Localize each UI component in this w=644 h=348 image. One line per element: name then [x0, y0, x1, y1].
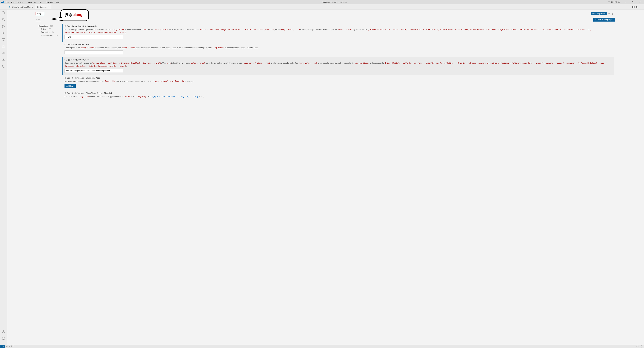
accounts-icon[interactable]	[2, 330, 5, 333]
toggle-secondary-sidebar-icon[interactable]	[614, 1, 617, 3]
menu-view[interactable]: View	[26, 1, 33, 4]
markdown-file-icon	[9, 6, 11, 8]
link-clang-tidy-config[interactable]: C_Cpp › Code Analysis › Clang Tidy: Conf…	[152, 95, 198, 98]
clear-search-icon[interactable]	[608, 13, 610, 15]
svg-rect-9	[619, 3, 620, 3]
callout-arrow-icon	[50, 17, 62, 23]
clang-format-path-input[interactable]	[64, 50, 123, 54]
svg-rect-0	[608, 2, 610, 3]
svg-point-25	[2, 25, 3, 26]
docker-icon[interactable]	[2, 51, 5, 55]
setting-description: List of disabled clang-tidy checks. The …	[64, 95, 614, 98]
callout-keyword: clang	[72, 13, 82, 17]
svg-point-42	[3, 330, 4, 331]
svg-rect-22	[636, 6, 638, 8]
search-icon[interactable]	[2, 18, 5, 21]
svg-point-41	[4, 67, 5, 68]
settings-list[interactable]: C_Cpp: Clang_format_fallback Style Name …	[62, 24, 615, 345]
status-bar: 0 0	[0, 345, 644, 348]
svg-rect-33	[2, 47, 3, 48]
setting-description: Additional command line arguments to pas…	[64, 80, 614, 83]
toc-code-analysis[interactable]: Code Analysis (13)	[36, 34, 60, 37]
menu-run[interactable]: Run	[38, 1, 44, 4]
svg-line-24	[4, 20, 5, 21]
source-control-icon[interactable]	[2, 25, 5, 28]
svg-rect-7	[619, 1, 620, 2]
svg-rect-34	[4, 47, 5, 48]
menu-help[interactable]: Help	[54, 1, 60, 4]
run-debug-icon[interactable]	[2, 31, 5, 35]
svg-rect-39	[3, 52, 3, 53]
close-tab-icon[interactable]: ✕	[48, 6, 50, 8]
minimize-button[interactable]	[622, 0, 629, 5]
toc-formatting[interactable]: Formatting (4)	[36, 31, 60, 34]
split-editor-icon[interactable]	[632, 6, 635, 8]
svg-point-17	[37, 6, 38, 7]
maximize-button[interactable]	[629, 0, 636, 5]
more-actions-icon[interactable]: ⋯	[640, 6, 642, 8]
manage-gear-icon[interactable]	[2, 336, 5, 340]
menu-selection[interactable]: Selection	[16, 1, 26, 4]
explorer-icon[interactable]	[2, 11, 5, 15]
setting-clang-format-fallback-style: C_Cpp: Clang_format_fallback Style Name …	[62, 24, 614, 42]
chevron-down-icon: ⌄	[36, 25, 38, 27]
menu-terminal[interactable]: Terminal	[44, 1, 54, 4]
annotation-callout: 搜索clang	[60, 9, 89, 21]
tab-clangformat-readme[interactable]: ClangFormatReadMe.md	[7, 5, 35, 9]
settings-found-badge: 17 Settings Found	[591, 12, 607, 15]
svg-point-56	[11, 347, 12, 347]
feedback-icon[interactable]	[636, 345, 638, 347]
svg-point-19	[38, 7, 38, 8]
settings-sync-button[interactable]: Turn on Settings Sync	[594, 18, 615, 22]
svg-marker-28	[3, 32, 4, 34]
setting-description: Coding style, currently supports: Visual…	[64, 62, 614, 67]
toc-extensions[interactable]: ⌄ Extensions (17)	[36, 25, 60, 28]
fallback-style-input[interactable]	[64, 35, 123, 39]
filter-icon[interactable]	[611, 13, 614, 15]
svg-rect-2	[612, 2, 614, 3]
menu-file[interactable]: File	[4, 1, 10, 4]
settings-editor: 搜索clang 17 Settings Found User Turn on S…	[8, 10, 643, 345]
svg-point-23	[2, 18, 4, 20]
customize-layout-icon[interactable]	[618, 1, 620, 3]
setting-description: Name of the predefined style used as a f…	[64, 28, 614, 34]
git-graph-icon[interactable]	[2, 65, 5, 68]
bell-solid-icon[interactable]	[2, 58, 5, 62]
svg-rect-20	[632, 6, 633, 8]
toggle-panel-icon[interactable]	[611, 1, 614, 3]
tab-label: Settings	[40, 6, 46, 8]
toggle-primary-sidebar-icon[interactable]	[608, 1, 610, 3]
menu-edit[interactable]: Edit	[10, 1, 16, 4]
toc-ccpp[interactable]: ⌄ C/C++ (17)	[36, 28, 60, 31]
remote-indicator-icon[interactable]	[0, 345, 5, 348]
add-item-button[interactable]: Add Item	[64, 84, 76, 88]
activity-bar	[0, 10, 7, 345]
chevron-down-icon: ⌄	[38, 28, 40, 30]
svg-rect-29	[2, 39, 5, 40]
title-bar: File Edit Selection View Go Run Terminal…	[0, 0, 644, 5]
bell-icon[interactable]	[640, 345, 642, 347]
scope-user-tab[interactable]: User	[36, 17, 41, 22]
svg-point-27	[4, 26, 5, 27]
tab-label: ClangFormatReadMe.md	[12, 6, 33, 8]
svg-point-40	[2, 66, 3, 66]
clang-format-style-input[interactable]	[64, 69, 123, 73]
open-settings-json-icon[interactable]	[636, 6, 638, 8]
error-icon	[6, 345, 8, 347]
problems-status[interactable]: 0 0	[5, 345, 15, 347]
svg-rect-4	[615, 2, 617, 3]
svg-point-43	[3, 338, 4, 339]
tab-settings[interactable]: Settings ✕	[35, 5, 51, 9]
svg-marker-49	[612, 13, 613, 15]
tab-bar: ClangFormatReadMe.md Settings ✕ ⋯	[0, 5, 644, 10]
settings-search-input[interactable]	[36, 12, 44, 15]
setting-clang-tidy-args: C_Cpp › Code Analysis › Clang Tidy: Args…	[62, 75, 614, 91]
svg-point-26	[2, 27, 3, 28]
settings-tab-icon	[37, 6, 39, 8]
menu-bar: File Edit Selection View Go Run Terminal…	[4, 1, 60, 4]
remote-explorer-icon[interactable]	[2, 38, 5, 42]
menu-go[interactable]: Go	[33, 1, 38, 4]
extensions-icon[interactable]	[2, 45, 5, 48]
close-button[interactable]	[636, 0, 643, 5]
svg-rect-21	[634, 6, 634, 8]
